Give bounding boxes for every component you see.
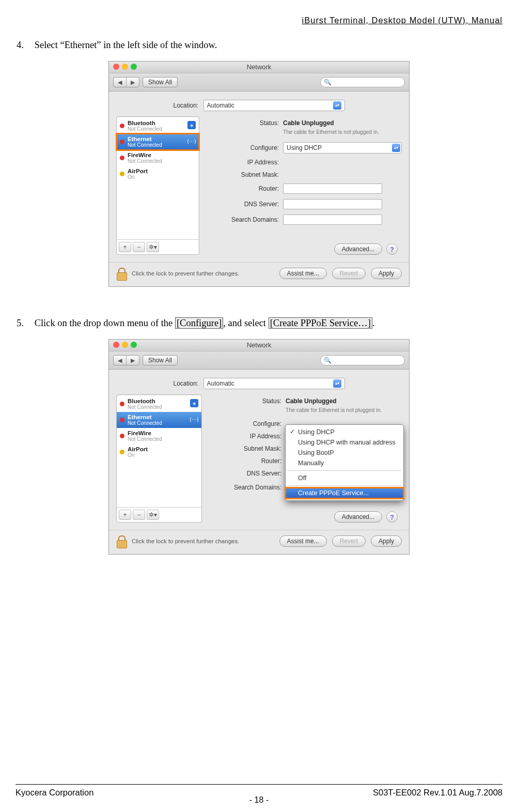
sidebar-item-firewire[interactable]: FireWire Not Connected Y (117, 428, 201, 444)
sidebar-item-sub: On (128, 174, 148, 180)
step-4-num: 4. (17, 40, 32, 51)
traffic-lights[interactable] (113, 64, 137, 70)
location-select[interactable]: Automatic ▴▾ (203, 100, 345, 111)
detail-panel: Status: Cable Unplugged The cable for Et… (207, 116, 402, 255)
step-5-num: 5. (17, 318, 32, 329)
status-value: Cable Unplugged (283, 119, 402, 127)
network-sidebar: Bluetooth Not Connected ∗ Ethernet Not C… (116, 116, 199, 255)
configure-select[interactable]: Using DHCP ▴▾ (283, 142, 402, 154)
sidebar-item-ethernet[interactable]: Ethernet Not Connected ⟨⋯⟩ (117, 412, 201, 428)
dns-input[interactable] (283, 199, 382, 209)
status-label: Status: (207, 119, 283, 127)
traffic-lights[interactable] (113, 342, 137, 348)
window-footer: Click the lock to prevent further change… (109, 262, 409, 286)
status-value: Cable Unplugged (286, 397, 402, 405)
router-label: Router: (207, 185, 283, 192)
minimize-icon[interactable] (122, 64, 128, 70)
subnet-label: Subnet Mask: (209, 445, 286, 452)
status-dot-icon (120, 172, 124, 176)
ip-label: IP Address: (209, 433, 286, 440)
step-5-ref-configure: [Configure] (175, 317, 223, 329)
sidebar-item-airport[interactable]: AirPort On ⌔ (117, 444, 201, 460)
status-dot-icon (120, 156, 124, 160)
status-dot-icon (120, 402, 124, 406)
nav-buttons[interactable]: ◀ ▶ (113, 77, 139, 87)
advanced-button[interactable]: Advanced... (334, 243, 382, 255)
lock-text: Click the lock to prevent further change… (132, 538, 274, 544)
sidebar-item-ethernet[interactable]: Ethernet Not Connected ⟨⋯⟩ (117, 134, 199, 150)
lock-icon[interactable] (116, 268, 127, 279)
page-header: iBurst Terminal, Desktop Model (UTW), Ma… (15, 16, 503, 25)
sidebar-item-sub: On (128, 452, 148, 458)
status-dot-icon (120, 450, 124, 454)
configure-label: Configure: (207, 144, 283, 151)
add-button[interactable]: + (119, 242, 131, 252)
apply-button[interactable]: Apply (371, 535, 402, 547)
select-arrows-icon: ▴▾ (333, 101, 341, 110)
location-label: Location: (173, 380, 198, 387)
minimize-icon[interactable] (122, 342, 128, 348)
revert-button[interactable]: Revert (332, 535, 366, 547)
apply-button[interactable]: Apply (371, 268, 402, 279)
help-icon[interactable]: ? (386, 511, 398, 523)
nav-buttons[interactable]: ◀ ▶ (113, 355, 139, 365)
advanced-button[interactable]: Advanced... (334, 511, 382, 523)
sidebar-item-label: Ethernet (128, 414, 162, 420)
wifi-icon: ⌔ (190, 447, 198, 455)
menu-item-dhcp[interactable]: Using DHCP (286, 427, 403, 437)
forward-icon[interactable]: ▶ (127, 78, 139, 87)
search-input[interactable]: 🔍 (320, 77, 405, 87)
remove-button[interactable]: − (133, 242, 145, 252)
configure-label: Configure: (209, 420, 286, 427)
step-5-suffix: . (372, 318, 375, 328)
search-input[interactable]: 🔍 (320, 355, 405, 365)
assist-button[interactable]: Assist me... (279, 535, 327, 547)
ethernet-icon: ⟨⋯⟩ (190, 415, 198, 423)
location-select[interactable]: Automatic ▴▾ (203, 378, 345, 389)
sidebar-item-bluetooth[interactable]: Bluetooth Not Connected ∗ (117, 118, 199, 134)
sidebar-item-sub: Not Connected (128, 420, 162, 426)
select-arrows-icon: ▴▾ (333, 379, 341, 388)
add-button[interactable]: + (119, 510, 131, 520)
back-icon[interactable]: ◀ (114, 78, 127, 87)
close-icon[interactable] (113, 64, 119, 70)
window-footer: Click the lock to prevent further change… (109, 530, 409, 554)
configure-dropdown-menu[interactable]: Using DHCP Using DHCP with manual addres… (285, 424, 404, 501)
sidebar-item-bluetooth[interactable]: Bluetooth Not Connected ∗ (117, 396, 201, 412)
menu-item-dhcp-manual[interactable]: Using DHCP with manual address (286, 437, 403, 448)
back-icon[interactable]: ◀ (114, 356, 127, 365)
sidebar-item-firewire[interactable]: FireWire Not Connected Y (117, 150, 199, 166)
help-icon[interactable]: ? (386, 243, 398, 255)
revert-button[interactable]: Revert (332, 268, 366, 279)
search-domains-input[interactable] (283, 215, 382, 225)
location-value: Automatic (207, 102, 234, 109)
lock-icon[interactable] (116, 535, 127, 547)
sidebar-item-label: AirPort (128, 168, 148, 174)
toolbar: ◀ ▶ Show All 🔍 (109, 73, 409, 91)
sidebar-item-sub: Not Connected (128, 158, 162, 164)
zoom-icon[interactable] (131, 342, 137, 348)
router-input[interactable] (283, 183, 382, 194)
gear-icon[interactable]: ✲▾ (147, 510, 159, 520)
sidebar-item-sub: Not Connected (128, 126, 162, 132)
show-all-button[interactable]: Show All (143, 77, 178, 87)
menu-item-off[interactable]: Off (286, 473, 403, 483)
show-all-button[interactable]: Show All (143, 355, 178, 365)
location-row: Location: Automatic ▴▾ (109, 91, 409, 116)
menu-item-bootp[interactable]: Using BootP (286, 448, 403, 458)
toolbar: ◀ ▶ Show All 🔍 (109, 351, 409, 370)
remove-button[interactable]: − (133, 510, 145, 520)
menu-item-manually[interactable]: Manually (286, 458, 403, 468)
forward-icon[interactable]: ▶ (127, 356, 139, 365)
assist-button[interactable]: Assist me... (279, 268, 327, 279)
gear-icon[interactable]: ✲▾ (147, 242, 159, 252)
status-dot-icon (120, 434, 124, 438)
firewire-icon: Y (187, 153, 196, 161)
zoom-icon[interactable] (131, 64, 137, 70)
status-hint: The cable for Ethernet is not plugged in… (286, 407, 402, 413)
screenshot-1: Network ◀ ▶ Show All 🔍 Location: Automat… (108, 61, 410, 287)
sidebar-item-airport[interactable]: AirPort On ⌔ (117, 166, 199, 182)
close-icon[interactable] (113, 342, 119, 348)
sidebar-item-label: Bluetooth (128, 398, 162, 404)
menu-item-create-pppoe[interactable]: Create PPPoE Service... (286, 488, 403, 498)
